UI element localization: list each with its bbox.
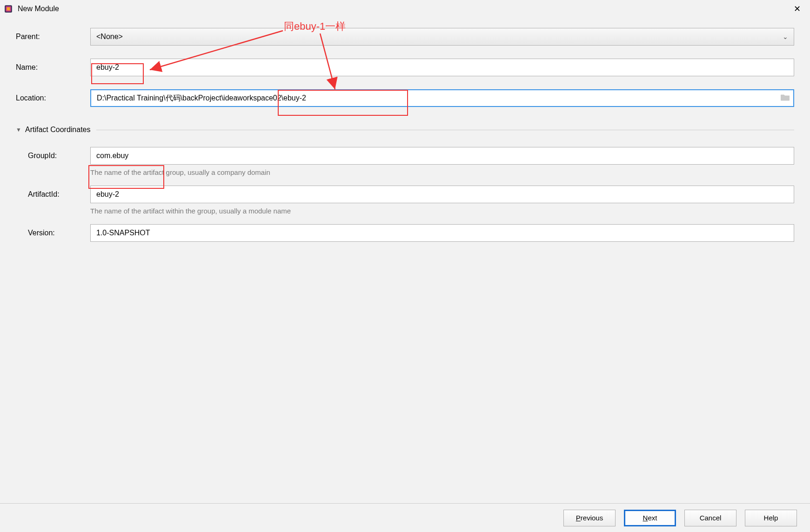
artifactid-hint: The name of the artifact within the grou… — [90, 207, 794, 215]
dialog-content: Parent: <None> ⌄ Name: Location: ▼ Artif… — [0, 18, 810, 259]
artifact-coordinates-header[interactable]: ▼ Artifact Coordinates — [16, 126, 794, 134]
previous-button[interactable]: Previous — [563, 510, 616, 526]
location-label: Location: — [16, 94, 90, 102]
window-title: New Module — [18, 5, 59, 13]
version-label: Version: — [16, 229, 90, 237]
artifact-section-label: Artifact Coordinates — [25, 126, 91, 134]
groupid-row: GroupId: — [16, 147, 794, 165]
version-input[interactable] — [90, 224, 794, 242]
chevron-down-icon: ⌄ — [783, 33, 788, 40]
groupid-label: GroupId: — [16, 152, 90, 160]
help-button[interactable]: Help — [745, 510, 797, 526]
name-input[interactable] — [90, 59, 794, 76]
artifactid-row: ArtifactId: — [16, 186, 794, 203]
parent-label: Parent: — [16, 33, 90, 41]
groupid-input[interactable] — [90, 147, 794, 165]
divider — [96, 130, 794, 130]
name-label: Name: — [16, 63, 90, 72]
parent-value: <None> — [96, 33, 123, 41]
folder-icon[interactable] — [780, 93, 790, 103]
artifactid-label: ArtifactId: — [16, 190, 90, 199]
parent-row: Parent: <None> ⌄ — [16, 28, 794, 46]
next-button[interactable]: Next — [624, 510, 676, 526]
name-row: Name: — [16, 59, 794, 76]
close-icon[interactable]: ✕ — [788, 2, 806, 16]
button-bar: Previous Next Cancel Help — [0, 503, 810, 532]
cancel-button[interactable]: Cancel — [684, 510, 736, 526]
location-input[interactable] — [90, 89, 794, 107]
version-row: Version: — [16, 224, 794, 242]
svg-rect-2 — [7, 7, 10, 11]
titlebar: New Module ✕ — [0, 0, 810, 18]
groupid-hint: The name of the artifact group, usually … — [90, 168, 794, 176]
location-row: Location: — [16, 89, 794, 107]
collapse-triangle-icon: ▼ — [16, 126, 25, 133]
app-icon — [4, 4, 13, 13]
artifactid-input[interactable] — [90, 186, 794, 203]
parent-dropdown[interactable]: <None> ⌄ — [90, 28, 794, 46]
